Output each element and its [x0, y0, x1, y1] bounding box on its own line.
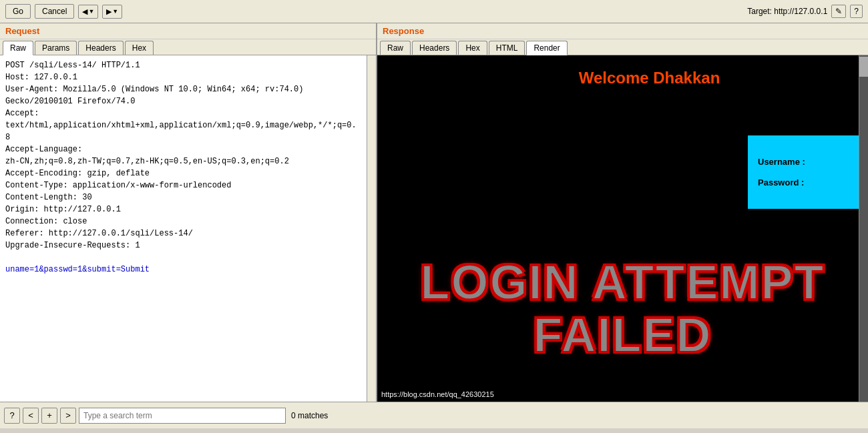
- prev-icon: <: [28, 410, 33, 420]
- tab-render-response[interactable]: Render: [526, 41, 567, 55]
- forward-dropdown-icon: ▼: [112, 8, 118, 15]
- welcome-prefix: Welcome: [579, 69, 649, 87]
- request-raw-text: POST /sqli/Less-14/ HTTP/1.1 Host: 127.0…: [0, 55, 376, 280]
- add-search-btn[interactable]: +: [41, 408, 57, 424]
- back-dropdown-icon: ▼: [88, 8, 94, 15]
- target-info: Target: http://127.0.0.1 ✎ ?: [747, 5, 863, 18]
- login-fail-line2: FAILED: [389, 309, 857, 362]
- edit-target-button[interactable]: ✎: [831, 5, 846, 18]
- response-render-area: Welcome Dhakkan LOGIN ATTEMPT FAILED Use…: [377, 55, 868, 402]
- next-icon: >: [65, 410, 71, 420]
- tab-headers-request[interactable]: Headers: [78, 41, 123, 55]
- welcome-name: Dhakkan: [653, 69, 720, 87]
- matches-count: 0 matches: [291, 411, 328, 420]
- response-tab-bar: Raw Headers Hex HTML Render: [377, 39, 868, 55]
- back-icon: ◀: [82, 7, 87, 16]
- response-url-text: https://blog.csdn.net/qq_42630215: [381, 390, 494, 398]
- next-search-btn[interactable]: >: [60, 408, 76, 424]
- help-button[interactable]: ?: [850, 5, 863, 18]
- password-label: Password :: [758, 177, 851, 187]
- login-fail-line1: LOGIN ATTEMPT: [389, 256, 857, 309]
- cancel-button[interactable]: Cancel: [35, 4, 74, 19]
- bottom-bar: ? < + > 0 matches: [0, 402, 868, 428]
- tab-params[interactable]: Params: [35, 41, 77, 55]
- tab-headers-response[interactable]: Headers: [412, 41, 457, 55]
- tab-raw-response[interactable]: Raw: [380, 41, 411, 55]
- request-scrollbar[interactable]: [367, 55, 376, 402]
- forward-icon: ▶: [106, 7, 112, 16]
- prev-search-btn[interactable]: <: [23, 408, 39, 424]
- tab-hex-request[interactable]: Hex: [125, 41, 154, 55]
- search-input[interactable]: [79, 408, 286, 424]
- go-button[interactable]: Go: [5, 4, 31, 19]
- login-fail-message: LOGIN ATTEMPT FAILED: [389, 256, 857, 362]
- response-scrollbar-thumb: [859, 57, 868, 77]
- tab-hex-response[interactable]: Hex: [458, 41, 487, 55]
- main-content: Request Raw Params Headers Hex POST /sql…: [0, 23, 868, 402]
- username-label: Username :: [758, 157, 851, 167]
- request-title: Request: [0, 23, 376, 39]
- response-scrollbar[interactable]: [859, 55, 868, 402]
- target-label: Target: http://127.0.0.1: [747, 7, 827, 16]
- post-data: uname=1&passwd=1&submit=Submit: [5, 265, 150, 274]
- tab-html-response[interactable]: HTML: [489, 41, 525, 55]
- help-icon-btn[interactable]: ?: [4, 408, 20, 424]
- response-panel: Response Raw Headers Hex HTML Render Wel…: [377, 23, 868, 402]
- forward-nav[interactable]: ▶ ▼: [102, 5, 122, 19]
- render-display: Welcome Dhakkan LOGIN ATTEMPT FAILED Use…: [377, 55, 868, 402]
- credentials-box: Username : Password :: [748, 135, 861, 209]
- request-content: POST /sqli/Less-14/ HTTP/1.1 Host: 127.0…: [0, 55, 376, 402]
- request-panel: Request Raw Params Headers Hex POST /sql…: [0, 23, 377, 402]
- add-icon: +: [47, 410, 52, 420]
- toolbar: Go Cancel ◀ ▼ ▶ ▼ Target: http://127.0.0…: [0, 0, 868, 23]
- tab-raw-request[interactable]: Raw: [3, 41, 33, 55]
- request-tab-bar: Raw Params Headers Hex: [0, 39, 376, 55]
- back-nav[interactable]: ◀ ▼: [78, 5, 98, 19]
- help-icon: ?: [9, 410, 14, 420]
- welcome-heading: Welcome Dhakkan: [579, 69, 720, 87]
- response-url-bar: https://blog.csdn.net/qq_42630215: [377, 387, 868, 402]
- response-title: Response: [377, 23, 868, 39]
